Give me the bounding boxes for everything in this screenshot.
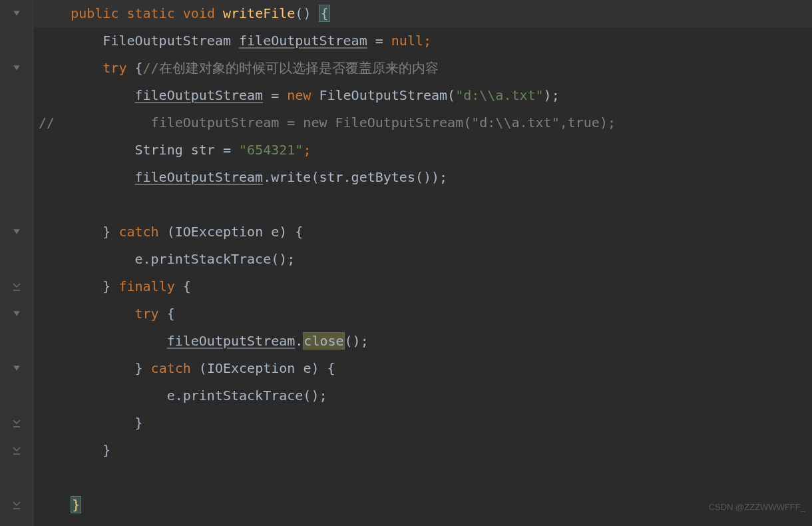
keyword-finally: finally [118,278,174,294]
keyword-catch: catch [151,360,191,376]
fold-icon[interactable] [12,364,21,374]
keyword-public: public [71,5,118,21]
code-line[interactable]: e.printStackTrace(); [39,246,812,273]
search-highlight: close [303,332,344,350]
keyword-null: null [391,33,423,49]
fold-icon[interactable] [12,9,21,19]
method-close-icon[interactable] [12,419,21,428]
comment: //在创建对象的时候可以选择是否覆盖原来的内容 [143,60,439,76]
code-line[interactable] [39,191,812,218]
code-line[interactable] [39,464,812,491]
code-line[interactable]: fileOutputStream = new FileOutputStream(… [39,82,812,109]
brace-close: } [71,496,81,513]
code-line[interactable]: } [39,409,812,437]
comment-prefix: // [39,115,55,131]
variable: fileOutputStream [135,169,264,185]
fold-icon[interactable] [12,64,21,73]
commented-code: fileOutputStream = new FileOutputStream(… [151,115,616,131]
keyword-try: try [135,306,159,322]
keyword-static: static [126,5,174,21]
code-line[interactable]: FileOutputStream fileOutputStream = null… [39,27,812,55]
code-area[interactable]: public static void writeFile() { FileOut… [33,0,812,526]
code-line[interactable]: } catch (IOException e) { [39,218,812,246]
method-close-icon[interactable] [12,446,21,455]
code-line[interactable]: } [39,491,812,519]
code-line[interactable]: } [39,437,812,464]
string-literal: "654321" [239,142,303,158]
method-close-icon[interactable] [12,282,21,292]
code-line[interactable]: fileOutputStream.write(str.getBytes()); [39,164,812,191]
code-line[interactable]: } catch (IOException e) { [39,355,812,382]
code-line[interactable]: } finally { [39,273,812,300]
code-line[interactable]: String str = "654321"; [39,136,812,164]
variable: fileOutputStream [239,33,367,49]
code-line[interactable]: e.printStackTrace(); [39,382,812,409]
code-line[interactable]: try { [39,300,812,328]
keyword-try: try [102,60,126,76]
variable: fileOutputStream [135,87,264,103]
gutter [0,0,33,526]
variable: fileOutputStream [167,333,296,349]
method-close-icon[interactable] [12,501,21,510]
brace-open: { [319,5,329,22]
keyword-catch: catch [118,224,158,240]
string-literal: "d:\\a.txt" [455,87,543,103]
code-editor[interactable]: public static void writeFile() { FileOut… [0,0,812,526]
code-line[interactable]: // fileOutputStream = new FileOutputStre… [39,109,812,136]
keyword-new: new [287,87,311,103]
keyword-void: void [183,5,215,21]
method-name: writeFile [223,5,295,21]
code-line[interactable]: fileOutputStream.close(); [39,328,812,355]
code-line[interactable]: public static void writeFile() { [33,0,812,27]
code-line[interactable]: try {//在创建对象的时候可以选择是否覆盖原来的内容 [39,55,812,82]
fold-icon[interactable] [12,310,21,319]
fold-icon[interactable] [12,228,21,237]
watermark: CSDN @ZZZWWWFFF_ [709,493,805,521]
